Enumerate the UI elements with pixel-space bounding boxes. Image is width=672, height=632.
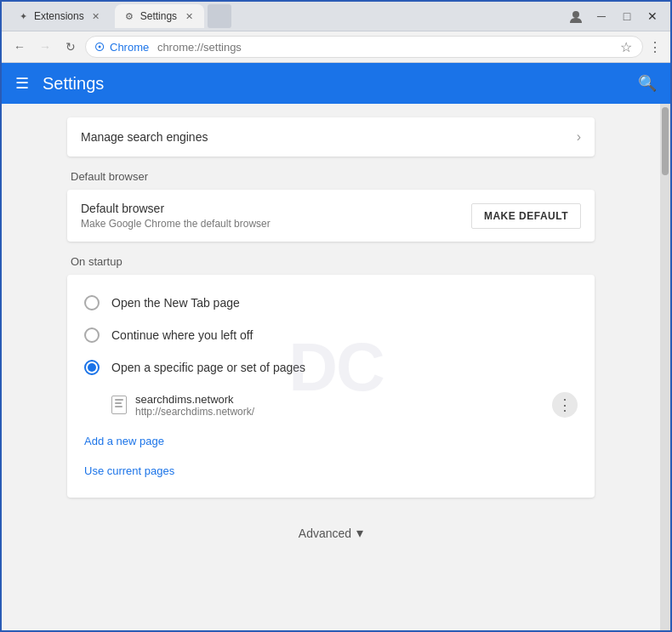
add-new-page-link[interactable]: Add a new page <box>67 426 595 456</box>
startup-label-continue: Continue where you left off <box>111 328 253 342</box>
startup-page-url: http://searchdims.network/ <box>135 406 544 418</box>
use-current-pages-link[interactable]: Use current pages <box>67 456 595 486</box>
address-input[interactable]: ☉ Chrome chrome://settings ☆ <box>85 36 643 58</box>
startup-radio-continue[interactable] <box>84 327 100 343</box>
settings-tab-label: Settings <box>140 10 177 22</box>
maximize-button[interactable]: □ <box>619 9 635 24</box>
bookmark-icon[interactable]: ☆ <box>618 37 634 57</box>
window-controls: ─ □ ✕ <box>568 9 663 24</box>
make-default-button[interactable]: MAKE DEFAULT <box>471 203 581 229</box>
address-url: chrome://settings <box>154 41 242 54</box>
startup-option-continue[interactable]: Continue where you left off <box>67 319 595 351</box>
page-file-icon <box>111 396 127 414</box>
startup-radio-new-tab[interactable] <box>84 295 100 310</box>
on-startup-section-label: On startup <box>67 255 595 268</box>
default-browser-title: Default browser <box>81 202 461 215</box>
chrome-header: ☰ Settings 🔍 <box>2 63 670 104</box>
content-area: DC Manage search engines › Default brows… <box>2 104 670 630</box>
extensions-tab-icon: ✦ <box>17 10 29 22</box>
manage-engines-label: Manage search engines <box>81 130 577 144</box>
browser-menu-icon[interactable]: ⋮ <box>646 37 663 57</box>
address-end-icons: ☆ <box>618 37 634 57</box>
startup-page-entry: searchdims.network http://searchdims.net… <box>67 384 595 426</box>
startup-radio-inner <box>88 363 96 372</box>
svg-point-0 <box>572 11 579 18</box>
startup-option-new-tab[interactable]: Open the New Tab page <box>67 287 595 319</box>
default-browser-section-label: Default browser <box>67 170 595 183</box>
manage-engines-card: Manage search engines › <box>67 117 595 157</box>
profile-icon[interactable] <box>568 9 584 24</box>
extensions-tab-close[interactable]: ✕ <box>89 9 103 23</box>
startup-option-specific[interactable]: Open a specific page or set of pages <box>67 351 595 384</box>
secure-badge: ☉ <box>94 41 105 54</box>
manage-engines-chevron: › <box>577 129 581 145</box>
startup-page-more-button[interactable]: ⋮ <box>552 392 578 418</box>
advanced-row[interactable]: Advanced ▾ <box>2 511 660 548</box>
content-scroll: DC Manage search engines › Default brows… <box>2 104 660 630</box>
startup-page-name: searchdims.network <box>135 393 544 406</box>
new-tab-button[interactable] <box>208 4 231 28</box>
close-button[interactable]: ✕ <box>645 9 660 24</box>
minimize-button[interactable]: ─ <box>594 9 609 24</box>
startup-page-info: searchdims.network http://searchdims.net… <box>135 393 544 418</box>
startup-radio-specific[interactable] <box>84 360 100 375</box>
extensions-tab-label: Extensions <box>34 10 84 22</box>
settings-tab-close[interactable]: ✕ <box>182 9 196 23</box>
settings-tab-icon: ⚙ <box>123 10 135 22</box>
default-browser-info: Default browser Make Google Chrome the d… <box>81 202 461 230</box>
browser-window: ✦ Extensions ✕ ⚙ Settings ✕ ─ □ ✕ <box>0 0 672 632</box>
startup-label-new-tab: Open the New Tab page <box>111 296 240 310</box>
address-domain: Chrome <box>110 41 149 54</box>
default-browser-desc: Make Google Chrome the default browser <box>81 218 461 230</box>
back-button[interactable]: ← <box>9 36 31 58</box>
forward-button[interactable]: → <box>34 36 56 58</box>
startup-label-specific: Open a specific page or set of pages <box>111 361 305 374</box>
advanced-arrow-icon: ▾ <box>356 525 363 541</box>
title-bar: ✦ Extensions ✕ ⚙ Settings ✕ ─ □ ✕ <box>2 2 670 31</box>
on-startup-card: Open the New Tab page Continue where you… <box>67 275 595 498</box>
address-bar: ← → ↻ ☉ Chrome chrome://settings ☆ ⋮ <box>2 31 670 63</box>
reload-button[interactable]: ↻ <box>60 36 82 58</box>
manage-engines-row[interactable]: Manage search engines › <box>67 117 595 157</box>
default-browser-card: Default browser Make Google Chrome the d… <box>67 190 595 242</box>
page-title: Settings <box>43 74 624 94</box>
scrollbar-track[interactable] <box>660 104 670 630</box>
scrollbar-thumb[interactable] <box>662 107 669 175</box>
advanced-label: Advanced <box>299 527 351 540</box>
header-search-icon[interactable]: 🔍 <box>638 74 657 93</box>
hamburger-icon[interactable]: ☰ <box>15 74 29 93</box>
tab-settings[interactable]: ⚙ Settings ✕ <box>115 4 204 28</box>
tab-extensions[interactable]: ✦ Extensions ✕ <box>9 4 111 28</box>
